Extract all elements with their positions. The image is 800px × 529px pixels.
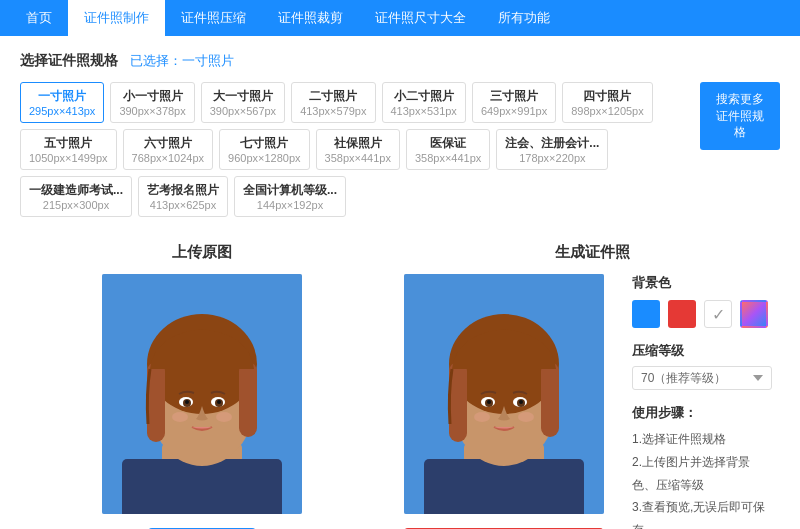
checkmark-icon: ✓ bbox=[712, 305, 725, 324]
svg-point-28 bbox=[474, 412, 490, 422]
original-photo-frame bbox=[102, 274, 302, 514]
output-section-title: 生成证件照 bbox=[555, 243, 630, 262]
output-section: 生成证件照 bbox=[404, 243, 780, 529]
svg-rect-6 bbox=[239, 362, 257, 437]
step-2: 2.上传图片并选择背景色、压缩等级 bbox=[632, 451, 772, 497]
svg-point-27 bbox=[519, 400, 523, 404]
size-card-shebao[interactable]: 社保照片 358px×441px bbox=[316, 129, 400, 170]
nav-id-photo-make[interactable]: 证件照制作 bbox=[68, 0, 165, 36]
size-card-6cun[interactable]: 六寸照片 768px×1024px bbox=[123, 129, 213, 170]
svg-rect-17 bbox=[424, 459, 584, 514]
search-more-sizes-button[interactable]: 搜索更多 证件照规格 bbox=[700, 82, 780, 150]
main-content: 选择证件照规格 已选择：一寸照片 一寸照片 295px×413px 小一寸照片 … bbox=[0, 36, 800, 529]
output-photo-column: 保存证件照 bbox=[404, 274, 604, 529]
steps-list: 1.选择证件照规格 2.上传图片并选择背景色、压缩等级 3.查看预览,无误后即可… bbox=[632, 428, 772, 529]
svg-rect-2 bbox=[122, 459, 282, 514]
svg-point-29 bbox=[518, 412, 534, 422]
size-card-jianzaoshi[interactable]: 一级建造师考试... 215px×300px bbox=[20, 176, 132, 217]
compress-level-label: 压缩等级 bbox=[632, 342, 772, 360]
color-swatch-red[interactable] bbox=[668, 300, 696, 328]
upload-section-title: 上传原图 bbox=[172, 243, 232, 262]
step-1: 1.选择证件照规格 bbox=[632, 428, 772, 451]
step-3: 3.查看预览,无误后即可保存 bbox=[632, 496, 772, 529]
bg-color-label: 背景色 bbox=[632, 274, 772, 292]
size-card-yibao[interactable]: 医保证 358px×441px bbox=[406, 129, 490, 170]
compress-level-select[interactable]: 70（推荐等级） 60 80 90 100 bbox=[632, 366, 772, 390]
output-photo-image bbox=[404, 274, 604, 514]
original-photo-image bbox=[102, 274, 302, 514]
nav-id-photo-sizes[interactable]: 证件照尺寸大全 bbox=[359, 0, 482, 36]
svg-point-12 bbox=[217, 400, 221, 404]
output-right-panel: 保存证件照 背景色 ✓ 压缩等级 bbox=[404, 274, 780, 529]
size-card-yikao[interactable]: 艺考报名照片 413px×625px bbox=[138, 176, 228, 217]
color-swatch-white[interactable]: ✓ bbox=[704, 300, 732, 328]
settings-panel: 背景色 ✓ 压缩等级 70（推荐等级） 60 80 90 bbox=[624, 274, 780, 529]
color-swatch-blue[interactable] bbox=[632, 300, 660, 328]
steps-label: 使用步骤： bbox=[632, 404, 772, 422]
size-selector-title: 选择证件照规格 bbox=[20, 52, 118, 70]
svg-point-14 bbox=[216, 412, 232, 422]
svg-rect-21 bbox=[541, 362, 559, 437]
size-card-4cun[interactable]: 四寸照片 898px×1205px bbox=[562, 82, 652, 123]
svg-point-13 bbox=[172, 412, 188, 422]
size-card-big1cun[interactable]: 大一寸照片 390px×567px bbox=[201, 82, 285, 123]
size-selected-label: 已选择：一寸照片 bbox=[130, 52, 234, 70]
nav-home[interactable]: 首页 bbox=[10, 0, 68, 36]
nav-id-photo-crop[interactable]: 证件照裁剪 bbox=[262, 0, 359, 36]
upload-section: 上传原图 bbox=[20, 243, 384, 529]
size-card-3cun[interactable]: 三寸照片 649px×991px bbox=[472, 82, 556, 123]
svg-point-26 bbox=[487, 400, 491, 404]
work-area: 上传原图 bbox=[20, 243, 780, 529]
size-card-zhuhui[interactable]: 注会、注册会计... 178px×220px bbox=[496, 129, 608, 170]
nav-all-features[interactable]: 所有功能 bbox=[482, 0, 566, 36]
size-selector-header: 选择证件照规格 已选择：一寸照片 bbox=[20, 52, 780, 70]
size-card-5cun[interactable]: 五寸照片 1050px×1499px bbox=[20, 129, 117, 170]
background-color-picker: ✓ bbox=[632, 300, 772, 328]
size-card-7cun[interactable]: 七寸照片 960px×1280px bbox=[219, 129, 309, 170]
nav-id-photo-compress[interactable]: 证件照压缩 bbox=[165, 0, 262, 36]
size-card-jisuanji[interactable]: 全国计算机等级... 144px×192px bbox=[234, 176, 346, 217]
size-grid: 一寸照片 295px×413px 小一寸照片 390px×378px 大一寸照片… bbox=[20, 82, 694, 217]
size-card-small2cun[interactable]: 小二寸照片 413px×531px bbox=[382, 82, 466, 123]
size-card-small1cun[interactable]: 小一寸照片 390px×378px bbox=[110, 82, 194, 123]
size-card-2cun[interactable]: 二寸照片 413px×579px bbox=[291, 82, 375, 123]
color-swatch-gradient[interactable] bbox=[740, 300, 768, 328]
output-photo-frame bbox=[404, 274, 604, 514]
svg-point-11 bbox=[185, 400, 189, 404]
navigation-bar: 首页 证件照制作 证件照压缩 证件照裁剪 证件照尺寸大全 所有功能 bbox=[0, 0, 800, 36]
size-card-1cun[interactable]: 一寸照片 295px×413px bbox=[20, 82, 104, 123]
